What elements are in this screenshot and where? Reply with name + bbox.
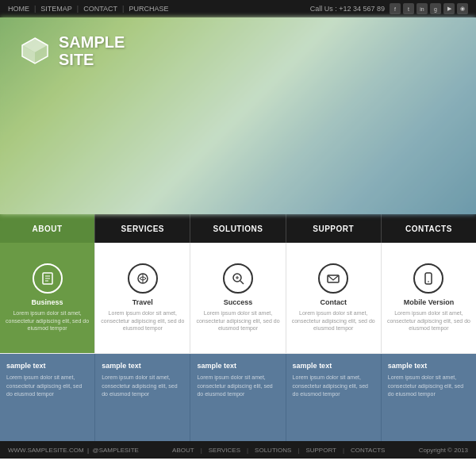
nav-purchase[interactable]: PURCHASE bbox=[129, 5, 168, 13]
top-nav-links: HOME | SITEMAP | CONTACT | PURCHASE bbox=[8, 5, 168, 13]
card-travel-icon bbox=[128, 263, 158, 294]
footer-links: ABOUT | SERVICES | SOLUTIONS | SUPPORT |… bbox=[172, 447, 385, 454]
social-icons: f t in g ▶ ◉ bbox=[390, 3, 468, 14]
top-nav-right: Call Us : +12 34 567 89 f t in g ▶ ◉ bbox=[310, 3, 468, 14]
nav-home[interactable]: HOME bbox=[8, 5, 29, 13]
bottom-card-2-title: sample text bbox=[197, 362, 278, 370]
bottom-card-4-title: sample text bbox=[388, 362, 470, 370]
bottom-card-3-text: Lorem ipsum dolor sit amet, consectetur … bbox=[293, 374, 374, 399]
svg-line-11 bbox=[240, 281, 244, 284]
footer-copyright: Copyright © 2013 bbox=[419, 447, 468, 454]
nav-sitemap[interactable]: SITEMAP bbox=[40, 5, 72, 13]
bottom-card-1-title: sample text bbox=[102, 362, 183, 370]
footer-website: WWW.SAMPLESITE.COM bbox=[8, 447, 84, 454]
card-mobile-desc: Lorem ipsum dolor sit amet, consectetur … bbox=[386, 309, 471, 332]
card-contact-desc: Lorem ipsum dolor sit amet, consectetur … bbox=[291, 309, 376, 332]
footer-link-support[interactable]: SUPPORT bbox=[305, 447, 336, 454]
bottom-card-4: sample text Lorem ipsum dolor sit amet, … bbox=[382, 354, 476, 441]
bottom-card-1-text: Lorem ipsum dolor sit amet, consectetur … bbox=[102, 374, 183, 399]
card-travel: Travel Lorem ipsum dolor sit amet, conse… bbox=[95, 243, 190, 353]
call-us-text: Call Us : +12 34 567 89 bbox=[310, 5, 385, 13]
section-nav-services[interactable]: SERVICES bbox=[95, 214, 190, 243]
bottom-card-0: sample text Lorem ipsum dolor sit amet, … bbox=[0, 354, 95, 441]
footer-link-solutions[interactable]: SOLUTIONS bbox=[255, 447, 291, 454]
facebook-icon[interactable]: f bbox=[390, 3, 401, 14]
card-mobile: Mobile Version Lorem ipsum dolor sit ame… bbox=[382, 243, 476, 353]
section-nav: ABOUT SERVICES SOLUTIONS SUPPORT CONTACT… bbox=[0, 214, 476, 243]
section-nav-about[interactable]: ABOUT bbox=[0, 214, 95, 243]
googleplus-icon[interactable]: g bbox=[430, 3, 441, 14]
card-success-icon bbox=[223, 263, 253, 294]
youtube-icon[interactable]: ▶ bbox=[443, 3, 455, 14]
footer-left: WWW.SAMPLESITE.COM | @SAMPLESITE bbox=[8, 447, 139, 454]
section-nav-support[interactable]: SUPPORT bbox=[286, 214, 382, 243]
bottom-card-1: sample text Lorem ipsum dolor sit amet, … bbox=[95, 354, 190, 441]
bottom-card-3: sample text Lorem ipsum dolor sit amet, … bbox=[286, 354, 382, 441]
card-mobile-icon bbox=[413, 263, 443, 294]
bottom-card-0-text: Lorem ipsum dolor sit amet, consectetur … bbox=[6, 374, 88, 399]
linkedin-icon[interactable]: in bbox=[416, 3, 428, 14]
bottom-card-0-title: sample text bbox=[6, 362, 88, 370]
footer-link-contacts[interactable]: CONTACTS bbox=[351, 447, 385, 454]
content-section: Business Lorem ipsum dolor sit amet, con… bbox=[0, 243, 476, 354]
bottom-card-2: sample text Lorem ipsum dolor sit amet, … bbox=[190, 354, 286, 441]
twitter-icon[interactable]: t bbox=[403, 3, 414, 14]
svg-rect-15 bbox=[425, 273, 432, 284]
rss-icon[interactable]: ◉ bbox=[457, 3, 468, 14]
site-name: SAMPLE SITE bbox=[59, 33, 125, 68]
card-mobile-title: Mobile Version bbox=[404, 298, 455, 306]
card-travel-title: Travel bbox=[132, 298, 153, 306]
card-about-desc: Lorem ipsum dolor sit amet, consectetur … bbox=[5, 309, 90, 332]
section-nav-contacts[interactable]: CONTACTS bbox=[382, 214, 476, 243]
card-contact-icon bbox=[318, 263, 348, 294]
card-about-title: Business bbox=[32, 298, 63, 306]
card-travel-desc: Lorem ipsum dolor sit amet, consectetur … bbox=[100, 309, 185, 332]
hero-section: SAMPLE SITE bbox=[0, 17, 476, 214]
logo-area: SAMPLE SITE bbox=[19, 33, 125, 68]
footer-link-services[interactable]: SERVICES bbox=[209, 447, 240, 454]
card-success-desc: Lorem ipsum dolor sit amet, consectetur … bbox=[195, 309, 280, 332]
nav-contact[interactable]: CONTACT bbox=[83, 5, 117, 13]
card-about: Business Lorem ipsum dolor sit amet, con… bbox=[0, 243, 95, 353]
footer-link-about[interactable]: ABOUT bbox=[172, 447, 194, 454]
logo-icon bbox=[19, 35, 51, 67]
card-contact: Contact Lorem ipsum dolor sit amet, cons… bbox=[286, 243, 382, 353]
bottom-card-4-text: Lorem ipsum dolor sit amet, consectetur … bbox=[388, 374, 470, 399]
card-contact-title: Contact bbox=[320, 298, 347, 306]
card-success-title: Success bbox=[224, 298, 253, 306]
bottom-card-3-title: sample text bbox=[293, 362, 374, 370]
card-about-icon bbox=[33, 263, 63, 294]
footer-social: @SAMPLESITE bbox=[93, 447, 139, 454]
bottom-section: sample text Lorem ipsum dolor sit amet, … bbox=[0, 354, 476, 441]
footer: WWW.SAMPLESITE.COM | @SAMPLESITE ABOUT |… bbox=[0, 441, 476, 459]
bottom-card-2-text: Lorem ipsum dolor sit amet, consectetur … bbox=[197, 374, 278, 399]
top-nav: HOME | SITEMAP | CONTACT | PURCHASE Call… bbox=[0, 0, 476, 17]
section-nav-solutions[interactable]: SOLUTIONS bbox=[190, 214, 286, 243]
card-success: Success Lorem ipsum dolor sit amet, cons… bbox=[190, 243, 286, 353]
